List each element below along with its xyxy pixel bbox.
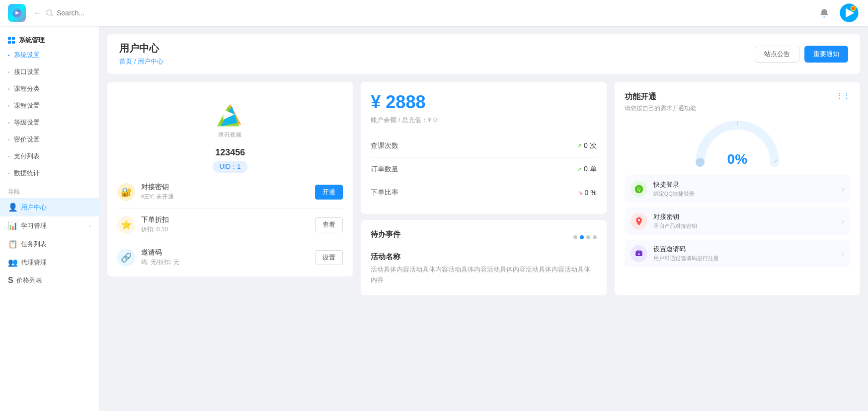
app-logo [8, 4, 26, 22]
page-header-actions: 站点公告 重要通知 [755, 46, 848, 63]
sidebar-item-data-stats[interactable]: 数据统计 [0, 165, 99, 182]
feature-invite: 🔗 邀请码 码: 无/折扣: 无 设置 [117, 248, 343, 267]
breadcrumb-home[interactable]: 首页 [119, 58, 132, 65]
api-key-icon [631, 213, 647, 230]
invite-title: 邀请码 [141, 248, 309, 257]
svg-line-4 [51, 14, 53, 16]
sidebar-item-course-settings[interactable]: 课程设置 [0, 97, 99, 114]
quick-login-icon: Q [631, 181, 647, 198]
sidebar-item-learning[interactable]: 📊 学习管理 › [0, 216, 99, 235]
sidebar-item-price-settings[interactable]: 密价设置 [0, 131, 99, 148]
api-key-subtitle: KEY: 未开通 [141, 193, 309, 201]
important-button[interactable]: 重要通知 [804, 46, 848, 63]
brand-logo [838, 2, 860, 24]
svg-text:Q: Q [637, 187, 640, 192]
header: ← [0, 0, 868, 26]
carousel-dots [573, 235, 597, 239]
pending-title: 待办事件 [371, 230, 400, 239]
svg-rect-22 [637, 250, 638, 252]
arrow-up-icon: ↗ [577, 142, 582, 149]
breadcrumb: 首页 / 用户中心 [119, 57, 163, 66]
balance-amount: ¥ 2888 [371, 92, 596, 113]
activity-desc: 活动具体内容活动具体内容活动具体内容活动具体内容活动具体内容活动具体内容 [371, 265, 596, 285]
function-title: 功能开通 [625, 92, 696, 102]
breadcrumb-separator: / [134, 58, 138, 65]
sidebar-item-payment-list[interactable]: 支付列表 [0, 148, 99, 165]
breadcrumb-current: 用户中心 [138, 58, 163, 65]
sidebar-item-level-settings[interactable]: 等级设置 [0, 114, 99, 131]
stat-label-ratio: 下单比率 [371, 188, 398, 197]
function-item-invite[interactable]: 设置邀请码 用户可通过邀请码进行注册 › [625, 240, 850, 267]
svg-point-3 [47, 10, 52, 15]
sidebar-item-agent[interactable]: 👥 代理管理 [0, 253, 99, 272]
layout: 系统管理 系统设置 接口设置 课程分类 课程设置 等级设置 密价设置 支付列表 … [0, 26, 868, 411]
invite-code-func-sub: 用户可通过邀请码进行注册 [653, 255, 836, 262]
back-button[interactable]: ← [34, 8, 42, 17]
sidebar-item-course-category[interactable]: 课程分类 [0, 80, 99, 97]
function-item-api-key[interactable]: 对接密钥 开启产品对接密钥 › [625, 207, 850, 235]
share-icon: 🔗 [117, 249, 135, 267]
api-key-button[interactable]: 开通 [315, 185, 343, 200]
main-content: 用户中心 首页 / 用户中心 站点公告 重要通知 [99, 26, 868, 411]
sidebar-item-user-center[interactable]: 👤 用户中心 [0, 198, 99, 216]
user-profile-card: 腾讯视频 123456 UID：1 🔐 对接密钥 KEY: 未开通 开通 [107, 82, 353, 276]
svg-point-20 [638, 219, 640, 221]
gauge-container: 0% [625, 118, 850, 167]
dot-2 [580, 235, 584, 239]
invite-button[interactable]: 设置 [315, 250, 343, 265]
function-card: 功能开通 请您按自己的需求开通功能 ⋮⋮ [615, 82, 860, 295]
feature-api-key: 🔐 对接密钥 KEY: 未开通 开通 [117, 183, 343, 208]
feature-discount: ⭐ 下单折扣 折扣: 0.10 查看 [117, 215, 343, 241]
function-subtitle: 请您按自己的需求开通功能 [625, 104, 696, 113]
header-right [816, 2, 860, 24]
function-item-quick-login[interactable]: Q 快捷登录 绑定QQ快捷登录 › [625, 175, 850, 203]
stat-row-ratio: 下单比率 ↘ 0 % [371, 181, 596, 204]
dot-4 [593, 235, 597, 239]
quick-login-sub: 绑定QQ快捷登录 [653, 190, 836, 198]
search-icon [46, 9, 54, 17]
gauge-percent: 0% [727, 151, 747, 167]
api-key-arrow: › [842, 217, 844, 225]
dot-1 [573, 235, 577, 239]
api-key-func-title: 对接密钥 [653, 212, 836, 221]
sidebar: 系统管理 系统设置 接口设置 课程分类 课程设置 等级设置 密价设置 支付列表 … [0, 26, 99, 411]
invite-code-func-title: 设置邀请码 [653, 245, 836, 254]
username: 123456 [215, 147, 245, 158]
search-input[interactable] [57, 9, 156, 17]
sidebar-item-system-settings[interactable]: 系统设置 [0, 47, 99, 64]
search-bar [46, 9, 816, 17]
stat-label-lessons: 查课次数 [371, 141, 398, 150]
sidebar-item-task-list[interactable]: 📋 任务列表 [0, 235, 99, 253]
sidebar-nav-label: 导航 [0, 182, 99, 198]
user-uid: UID：1 [213, 161, 248, 173]
quick-login-arrow: › [842, 185, 844, 193]
arrow-down-icon: ↘ [578, 189, 583, 196]
stat-row-lessons: 查课次数 ↗ 0 次 [371, 135, 596, 158]
user-icon: 👤 [8, 203, 18, 212]
svg-point-24 [638, 253, 639, 255]
discount-button[interactable]: 查看 [315, 217, 343, 232]
svg-rect-23 [639, 250, 640, 252]
pending-events-card: 待办事件 活动名称 活动具体内容活动具体内容活动具体内容活动具体内容活动具体内容… [361, 220, 606, 295]
function-more-icon[interactable]: ⋮⋮ [836, 92, 850, 100]
sidebar-group-system: 系统管理 [0, 32, 99, 47]
api-key-func-sub: 开启产品对接密钥 [653, 222, 836, 230]
content-grid: 腾讯视频 123456 UID：1 🔐 对接密钥 KEY: 未开通 开通 [107, 82, 860, 295]
svg-point-8 [852, 6, 855, 10]
middle-column: ¥ 2888 账户余额 / 总充值：¥ 0 查课次数 ↗ 0 次 订单数量 ↗ [361, 82, 606, 295]
announcement-button[interactable]: 站点公告 [755, 46, 799, 63]
user-features: 🔐 对接密钥 KEY: 未开通 开通 ⭐ 下单折扣 [117, 183, 343, 267]
page-title-block: 用户中心 首页 / 用户中心 [119, 42, 163, 66]
invite-subtitle: 码: 无/折扣: 无 [141, 258, 309, 267]
function-items: Q 快捷登录 绑定QQ快捷登录 › [625, 175, 850, 267]
dot-3 [586, 235, 590, 239]
sidebar-item-price-list[interactable]: S 价格列表 [0, 272, 99, 289]
quick-login-title: 快捷登录 [653, 180, 836, 189]
page-header: 用户中心 首页 / 用户中心 站点公告 重要通知 [107, 34, 860, 74]
stat-label-orders: 订单数量 [371, 165, 398, 174]
function-header: 功能开通 请您按自己的需求开通功能 ⋮⋮ [625, 92, 850, 113]
stat-value-lessons: ↗ 0 次 [577, 141, 597, 150]
sidebar-item-interface-settings[interactable]: 接口设置 [0, 64, 99, 80]
notification-icon[interactable] [816, 5, 832, 21]
stat-value-ratio: ↘ 0 % [578, 189, 597, 197]
